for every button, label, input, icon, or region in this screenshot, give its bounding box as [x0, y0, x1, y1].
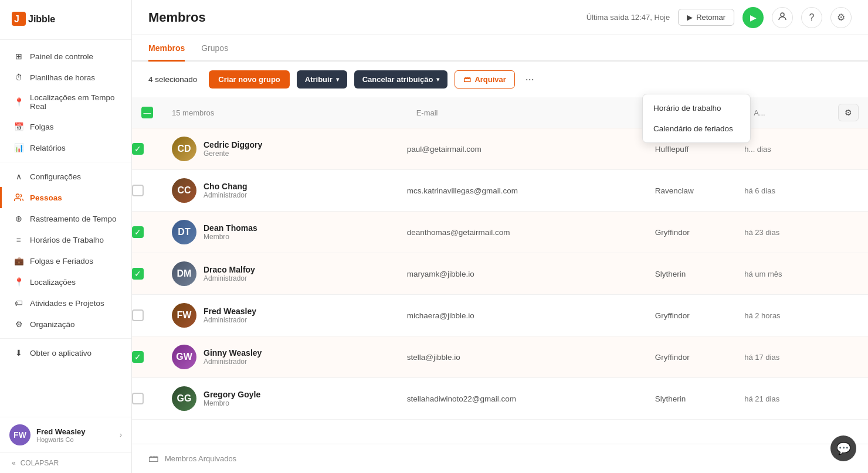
table-settings-button[interactable]: ⚙	[838, 104, 859, 121]
sidebar-item-configuracoes[interactable]: ∧ Configurações	[0, 166, 131, 187]
sidebar-item-pessoas[interactable]: Pessoas	[0, 187, 131, 208]
member-group: Slytherin	[655, 253, 744, 295]
main-content: Membros Última saída 12:47, Hoje ▶ Retom…	[132, 0, 868, 473]
sidebar-item-atividades[interactable]: 🏷 Atividades e Projetos	[0, 292, 131, 314]
table-row: ✓ DM Draco Malfoy Administrador maryamk@…	[132, 253, 868, 295]
help-icon: ?	[809, 12, 815, 23]
retomar-button[interactable]: ▶ Retomar	[678, 9, 734, 26]
email-column-header: E-mail	[407, 97, 655, 128]
arquivar-button[interactable]: 🗃 Arquivar	[455, 70, 514, 89]
sidebar-item-folgas-feriados[interactable]: 💼 Folgas e Feriados	[0, 250, 131, 271]
table-row: GG Gregory Goyle Membro stellahadiwinoto…	[132, 378, 868, 420]
member-role: Gerente	[204, 149, 262, 158]
member-name: Dean Thomas	[204, 223, 257, 233]
select-all-checkbox[interactable]: —	[141, 107, 153, 118]
sidebar-item-folgas[interactable]: 📅 Folgas	[0, 116, 131, 137]
svg-text:J: J	[14, 14, 19, 24]
cancelar-label: Cancelar atribuição	[362, 75, 433, 84]
avatar: FW	[9, 424, 30, 445]
row-checkbox[interactable]	[132, 185, 144, 196]
row-checkbox[interactable]: ✓	[132, 226, 144, 238]
member-name: Cho Chang	[204, 182, 247, 191]
member-role: Membro	[204, 233, 257, 241]
crosshair-icon: ⊕	[13, 213, 24, 224]
settings-column-header: ⚙	[829, 97, 868, 128]
atribuir-label: Atribuir	[305, 75, 333, 84]
avatar: DM	[172, 261, 196, 286]
table-row: ✓ GW Ginny Weasley Administrador stella@…	[132, 336, 868, 378]
barchart-icon: 📊	[13, 142, 24, 153]
sidebar-item-label: Planilhas de horas	[30, 73, 95, 82]
member-last-seen: h... dias	[744, 128, 829, 170]
last-seen-text: Última saída 12:47, Hoje	[586, 13, 670, 22]
collapse-label: COLAPSAR	[21, 459, 59, 467]
help-button[interactable]: ?	[801, 7, 822, 28]
sidebar-item-localizacoes[interactable]: 📍 Localizações	[0, 271, 131, 292]
collapse-button[interactable]: « COLAPSAR	[0, 452, 131, 473]
sidebar-item-rastreamento[interactable]: ⊕ Rastreamento de Tempo	[0, 208, 131, 229]
dropdown-item-horario-trabalho[interactable]: Horário de trabalho	[643, 98, 750, 118]
tag-icon: 🏷	[13, 298, 24, 308]
table-footer: 🗃 Membros Arquivados	[132, 444, 868, 473]
sidebar-item-planilhas[interactable]: ⏱ Planilhas de horas	[0, 67, 131, 88]
tab-membros[interactable]: Membros	[148, 35, 185, 62]
play-button[interactable]: ▶	[742, 7, 764, 28]
row-checkbox[interactable]	[132, 393, 144, 404]
settings-top-button[interactable]: ⚙	[830, 7, 852, 28]
member-group: Ravenclaw	[655, 170, 744, 212]
row-checkbox[interactable]	[132, 309, 144, 321]
sidebar-item-relatorios[interactable]: 📊 Relatórios	[0, 137, 131, 158]
more-options-button[interactable]: ···	[522, 70, 538, 89]
sidebar-item-label: Atividades e Projetos	[30, 299, 104, 308]
sidebar-item-label: Relatórios	[30, 144, 66, 152]
table-row: FW Fred Weasley Administrador michaera@j…	[132, 295, 868, 336]
members-table-container: — 15 membros E-mail Grupo A...	[132, 97, 868, 444]
grid-icon: ⊞	[13, 51, 24, 62]
sidebar-item-localizacoes-realtime[interactable]: 📍 Localizações em Tempo Real	[0, 88, 131, 116]
criar-novo-grupo-button[interactable]: Criar novo grupo	[209, 70, 289, 89]
row-checkbox[interactable]: ✓	[132, 351, 144, 363]
activity-column-header: A...	[744, 97, 829, 128]
sidebar-item-horarios[interactable]: ≡ Horários de Trabalho	[0, 229, 131, 250]
chat-button[interactable]: 💬	[830, 435, 856, 461]
sidebar-item-label: Rastreamento de Tempo	[30, 215, 117, 223]
svg-point-3	[16, 194, 19, 197]
ellipsis-icon: ···	[525, 73, 534, 85]
member-last-seen: há 6 dias	[744, 170, 829, 212]
member-name: Draco Malfoy	[204, 265, 255, 274]
users-icon	[13, 192, 24, 203]
retomar-label: Retomar	[696, 13, 725, 22]
member-email: mcs.katrinavillegas@gmail.com	[407, 170, 655, 212]
sidebar-item-label: Pessoas	[30, 193, 62, 202]
avatar: CD	[172, 137, 196, 161]
sidebar-item-organizacao[interactable]: ⚙ Organização	[0, 314, 131, 335]
profile-button[interactable]	[772, 7, 793, 28]
cancelar-atribuicao-button[interactable]: Cancelar atribuição ▾	[354, 70, 448, 89]
member-role: Administrador	[204, 191, 247, 199]
member-group: Gryffindor	[655, 295, 744, 336]
members-table: — 15 membros E-mail Grupo A...	[132, 97, 868, 420]
clock-icon: ⏱	[13, 72, 24, 83]
sidebar-item-get-app[interactable]: ⬇ Obter o aplicativo	[0, 342, 131, 363]
member-email: michaera@jibble.io	[407, 295, 655, 336]
sidebar-item-painel[interactable]: ⊞ Painel de controle	[0, 46, 131, 67]
member-email: deanthomas@getairmail.com	[407, 212, 655, 253]
member-group: Gryffindor	[655, 336, 744, 378]
logo[interactable]: J Jibble	[0, 0, 131, 40]
member-group: Gryffindor	[655, 212, 744, 253]
dropdown-item-calendario-feriados[interactable]: Calendário de feriados	[643, 118, 750, 139]
member-email: stella@jibble.io	[407, 336, 655, 378]
member-name: Ginny Weasley	[204, 348, 262, 358]
calendar-icon: 📅	[13, 121, 24, 132]
avatar: GW	[172, 345, 196, 369]
sidebar-footer[interactable]: FW Fred Weasley Hogwarts Co ›	[0, 417, 131, 452]
chat-icon: 💬	[836, 441, 851, 455]
atribuir-button[interactable]: Atribuir ▾	[297, 70, 347, 89]
row-checkbox[interactable]: ✓	[132, 143, 144, 155]
location-icon: 📍	[13, 277, 24, 287]
topbar: Membros Última saída 12:47, Hoje ▶ Retom…	[132, 0, 868, 35]
arquivar-label: Arquivar	[474, 75, 506, 84]
sidebar-item-label: Organização	[30, 320, 75, 329]
tab-grupos[interactable]: Grupos	[201, 35, 228, 62]
row-checkbox[interactable]: ✓	[132, 268, 144, 280]
